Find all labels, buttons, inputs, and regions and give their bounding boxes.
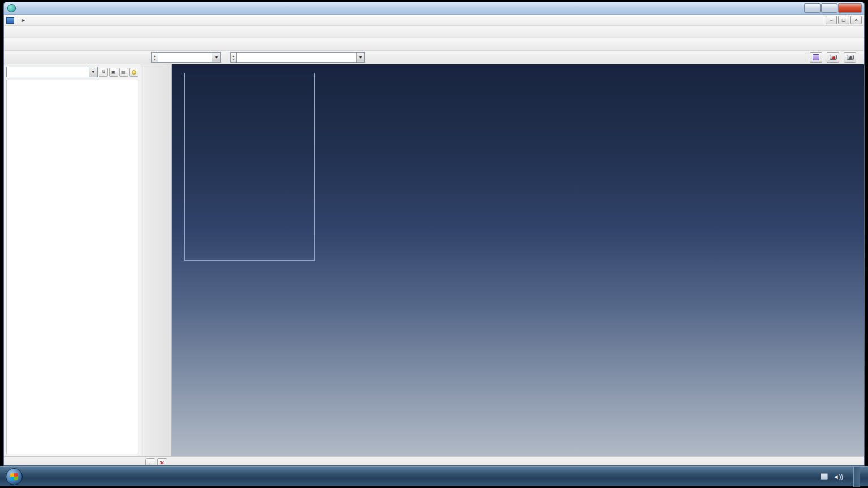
- minimize-button[interactable]: [804, 3, 821, 13]
- session-data-combo[interactable]: ▼: [6, 67, 98, 77]
- animation-controls: [800, 52, 864, 63]
- main-toolbar: [4, 26, 864, 38]
- context-bar: ▲▼ ▼ ▲▼ ▼: [4, 51, 864, 64]
- main-area: ▼ ⇅ ▣ ▤: [4, 64, 864, 456]
- prompt-bar: ← ✕: [4, 456, 864, 466]
- model-spinner[interactable]: ▲▼: [230, 52, 236, 63]
- tree-collapse-button[interactable]: ▣: [109, 68, 118, 77]
- abaqus-window: ▸ – ▢ ✕ ▲▼ ▼ ▲▼ ▼: [3, 2, 865, 466]
- start-button[interactable]: [6, 468, 23, 485]
- tree-filter-button[interactable]: ▤: [119, 68, 128, 77]
- model-combo[interactable]: ▼: [236, 52, 365, 63]
- show-desktop-button[interactable]: [853, 467, 860, 487]
- close-button[interactable]: [838, 3, 862, 13]
- app-icon: [7, 4, 16, 12]
- menu-bar: ▸ – ▢ ✕: [4, 15, 864, 26]
- print-viewport-icon[interactable]: [810, 52, 822, 63]
- session-data-tree: [6, 80, 138, 454]
- tree-spin-button[interactable]: ⇅: [99, 68, 108, 77]
- results-tree-panel: ▼ ⇅ ▣ ▤: [4, 64, 141, 456]
- visualization-toolbar: [4, 38, 864, 51]
- volume-icon[interactable]: ◄)): [833, 473, 843, 480]
- capture-animation-icon[interactable]: [844, 52, 856, 63]
- prompt-cancel-icon[interactable]: ✕: [157, 458, 167, 466]
- system-tray: ◄)): [815, 467, 868, 487]
- mdi-minimize-button[interactable]: –: [826, 16, 837, 24]
- viewport-canvas[interactable]: [172, 64, 864, 456]
- windows-flag-icon: [10, 473, 18, 480]
- screen: ▸ – ▢ ✕ ▲▼ ▼ ▲▼ ▼: [0, 0, 868, 488]
- viewport-menu-icon[interactable]: [6, 17, 14, 24]
- tree-tip-button[interactable]: [129, 68, 138, 77]
- save-image-icon[interactable]: [827, 52, 839, 63]
- network-icon[interactable]: [821, 473, 828, 480]
- maximize-button[interactable]: [821, 3, 837, 13]
- mdi-restore-button[interactable]: ▢: [838, 16, 849, 24]
- context-help-icon[interactable]: ▸: [22, 17, 25, 23]
- title-bar[interactable]: [4, 2, 864, 15]
- module-combo[interactable]: ▼: [158, 52, 221, 63]
- contour-legend: [184, 73, 315, 261]
- mdi-close-button[interactable]: ✕: [850, 16, 862, 24]
- module-spinner[interactable]: ▲▼: [151, 52, 158, 63]
- panel-tabs: [4, 51, 142, 64]
- prompt-back-icon[interactable]: ←: [145, 458, 155, 466]
- windows-taskbar: ◄)): [0, 466, 868, 486]
- visualization-toolbox: [141, 64, 172, 456]
